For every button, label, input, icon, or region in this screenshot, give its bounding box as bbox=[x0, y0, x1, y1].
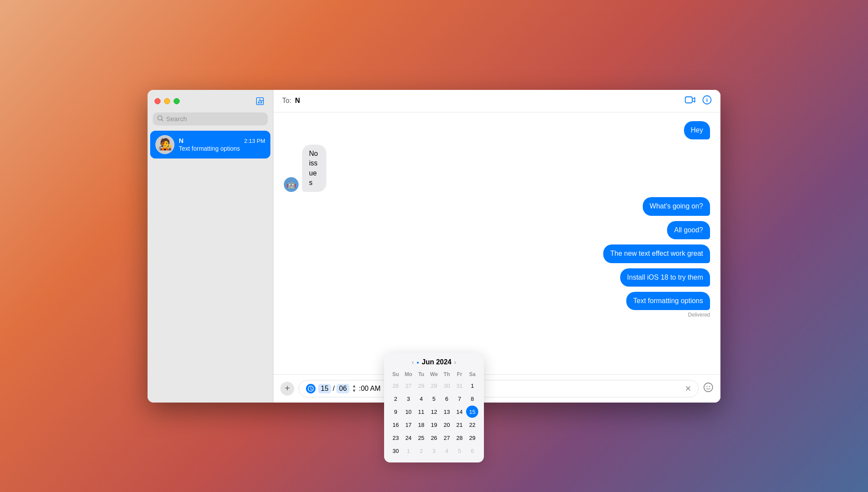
add-attachment-button[interactable]: + bbox=[280, 382, 294, 396]
message-wrapper-whats-going: What's going on? bbox=[284, 197, 710, 215]
cal-next-icon[interactable]: › bbox=[454, 359, 456, 366]
avatar-n: 🧑‍🎤 bbox=[155, 135, 174, 154]
cal-dot: ● bbox=[417, 360, 419, 365]
cal-day-3[interactable]: 3 bbox=[402, 393, 414, 403]
delivered-label: Delivered bbox=[688, 312, 710, 318]
video-call-icon[interactable] bbox=[685, 96, 695, 106]
search-icon bbox=[157, 115, 164, 123]
compose-button[interactable] bbox=[254, 95, 266, 107]
cal-prev-icon[interactable]: ‹ bbox=[412, 359, 414, 366]
schedule-icon bbox=[306, 384, 316, 393]
chat-recipient: To: N bbox=[282, 97, 300, 105]
to-name: N bbox=[295, 97, 300, 104]
stepper-up-icon[interactable]: ▲ bbox=[352, 384, 356, 388]
traffic-lights bbox=[155, 98, 180, 104]
conversation-list: 🧑‍🎤 N 2:13 PM Text formatting options bbox=[148, 130, 273, 403]
cal-header-tu: Tu bbox=[415, 370, 427, 379]
svg-point-7 bbox=[707, 386, 707, 386]
datetime-field: 15 / 06 bbox=[318, 384, 349, 393]
received-group-no-issues: 🤖 No issues bbox=[284, 145, 710, 192]
close-button[interactable] bbox=[155, 98, 161, 104]
conv-header: N 2:13 PM bbox=[179, 137, 265, 144]
chat-input-area: + 15 / 06 ▲ bbox=[273, 374, 720, 403]
info-icon[interactable] bbox=[702, 95, 712, 107]
chat-header-actions bbox=[685, 95, 712, 107]
avatar-robot-emoji: 🤖 bbox=[286, 180, 296, 189]
cal-week-1: 26 27 28 29 30 31 1 bbox=[389, 379, 479, 392]
cal-day-31-prev[interactable]: 31 bbox=[454, 380, 466, 392]
message-wrapper-no-issues: No issues bbox=[302, 145, 346, 192]
message-bubble-whats-going: What's going on? bbox=[643, 197, 710, 215]
message-wrapper-formatting: Text formatting options Delivered bbox=[284, 292, 710, 318]
cal-day-headers-row: Su Mo Tu We Th Fr Sa bbox=[389, 370, 479, 379]
cal-day-30-prev[interactable]: 30 bbox=[441, 380, 453, 392]
date-value[interactable]: 15 bbox=[318, 384, 331, 393]
avatar-received: 🤖 bbox=[284, 177, 299, 192]
svg-point-6 bbox=[704, 383, 713, 392]
cal-header-su: Su bbox=[389, 370, 402, 379]
chat-area: To: N bbox=[273, 90, 720, 403]
cal-header-th: Th bbox=[441, 370, 453, 379]
scheduled-message-row: 15 / 06 ▲ ▼ :00 AM ✕ bbox=[306, 384, 691, 393]
cal-day-27-prev[interactable]: 27 bbox=[402, 380, 414, 392]
conv-info-n: N 2:13 PM Text formatting options bbox=[179, 137, 265, 152]
minimize-button[interactable] bbox=[164, 98, 170, 104]
conv-name: N bbox=[179, 137, 184, 144]
stepper-down-icon[interactable]: ▼ bbox=[352, 389, 356, 393]
conv-preview: Text formatting options bbox=[179, 145, 265, 152]
search-input[interactable] bbox=[166, 115, 263, 122]
message-bubble-all-good: All good? bbox=[667, 221, 710, 239]
calendar-month-year: Jun 2024 bbox=[422, 358, 451, 366]
calendar-header: ‹ ● Jun 2024 › bbox=[389, 358, 479, 366]
chat-header: To: N bbox=[273, 90, 720, 112]
cal-day-5[interactable]: 5 bbox=[428, 393, 440, 403]
sidebar: 🧑‍🎤 N 2:13 PM Text formatting options bbox=[148, 90, 273, 403]
date-stepper[interactable]: ▲ ▼ bbox=[352, 384, 356, 393]
message-bubble-hey: Hey bbox=[684, 121, 710, 139]
month-value[interactable]: 06 bbox=[336, 384, 349, 393]
cal-day-2[interactable]: 2 bbox=[390, 393, 402, 403]
svg-point-4 bbox=[707, 98, 707, 99]
cal-day-7[interactable]: 7 bbox=[454, 393, 466, 403]
conversation-item-n[interactable]: 🧑‍🎤 N 2:13 PM Text formatting options bbox=[150, 131, 270, 158]
avatar-emoji: 🧑‍🎤 bbox=[158, 138, 172, 151]
calendar-grid: Su Mo Tu We Th Fr Sa 26 27 28 29 30 31 1 bbox=[389, 370, 479, 403]
messages-window: 🧑‍🎤 N 2:13 PM Text formatting options To… bbox=[148, 90, 720, 403]
message-wrapper-all-good: All good? bbox=[284, 221, 710, 239]
message-wrapper-ios18: Install iOS 18 to try them bbox=[284, 268, 710, 287]
cal-header-we: We bbox=[427, 370, 440, 379]
maximize-button[interactable] bbox=[174, 98, 180, 104]
cal-header-fr: Fr bbox=[453, 370, 466, 379]
messages-area: Hey 🤖 No issues What's going on? All goo… bbox=[273, 112, 720, 374]
search-bar[interactable] bbox=[153, 112, 268, 125]
calendar-dropdown: ‹ ● Jun 2024 › Su Mo Tu We Th Fr Sa 26 bbox=[384, 353, 484, 403]
message-bubble-formatting: Text formatting options bbox=[626, 292, 710, 310]
titlebar bbox=[148, 90, 273, 112]
time-value: :00 AM bbox=[359, 385, 381, 393]
message-input-wrapper: 15 / 06 ▲ ▼ :00 AM ✕ bbox=[299, 380, 699, 397]
cal-week-2: 2 3 4 5 6 7 8 bbox=[389, 392, 479, 403]
svg-point-8 bbox=[709, 386, 710, 386]
cal-day-1[interactable]: 1 bbox=[466, 380, 478, 392]
to-label: To: bbox=[282, 97, 291, 104]
svg-rect-2 bbox=[685, 97, 692, 103]
message-wrapper-hey: Hey bbox=[284, 121, 710, 139]
emoji-button[interactable] bbox=[703, 382, 713, 395]
cal-day-4[interactable]: 4 bbox=[415, 393, 427, 403]
message-wrapper-text-effect: The new text effect work great bbox=[284, 244, 710, 263]
message-bubble-no-issues: No issues bbox=[302, 145, 326, 192]
cal-day-8[interactable]: 8 bbox=[466, 393, 478, 403]
cal-header-sa: Sa bbox=[466, 370, 479, 379]
cal-day-6[interactable]: 6 bbox=[441, 393, 453, 403]
cal-day-26-prev[interactable]: 26 bbox=[390, 380, 402, 392]
cal-day-29-prev[interactable]: 29 bbox=[428, 380, 440, 392]
cal-header-mo: Mo bbox=[402, 370, 414, 379]
conv-time: 2:13 PM bbox=[244, 138, 265, 144]
close-schedule-button[interactable]: ✕ bbox=[685, 384, 691, 393]
cal-day-28-prev[interactable]: 28 bbox=[415, 380, 427, 392]
message-bubble-text-effect: The new text effect work great bbox=[603, 244, 710, 263]
message-bubble-ios18: Install iOS 18 to try them bbox=[620, 268, 710, 287]
